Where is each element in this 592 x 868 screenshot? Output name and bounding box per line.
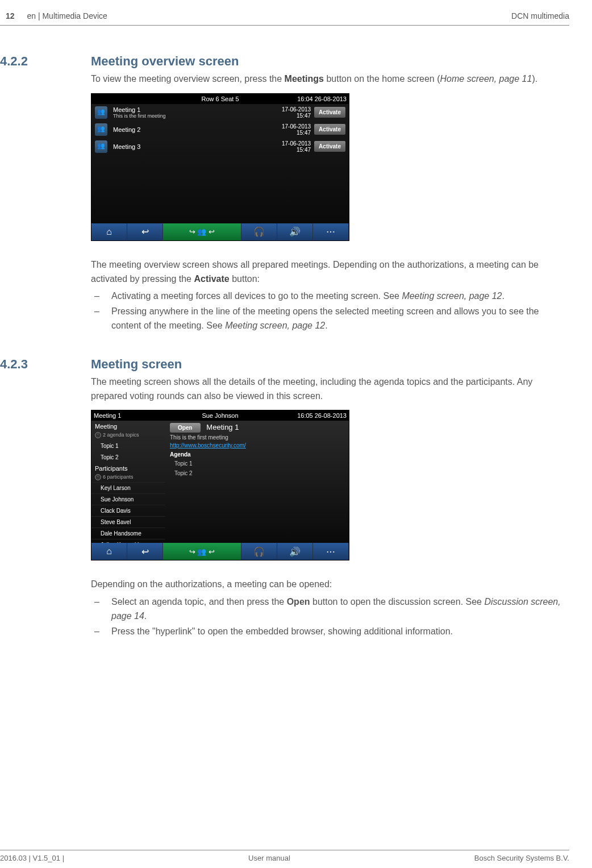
list-item: Press the "hyperlink" to open the embedd… — [91, 625, 562, 639]
speaker-icon[interactable]: 🔊 — [277, 223, 313, 240]
footer-center: User manual — [248, 854, 290, 862]
side-topic-item[interactable]: Topic 1 — [91, 440, 165, 451]
agenda-count: ˇ2 agenda topics — [91, 432, 165, 440]
meeting-title: Meeting 1 — [206, 423, 239, 431]
discussion-icon[interactable]: ↪ 👥 ↩ — [163, 543, 241, 560]
meeting-icon — [95, 140, 107, 153]
headphone-icon[interactable]: 🎧 — [241, 223, 277, 240]
status-right: 16:05 26-08-2013 — [297, 412, 347, 419]
meeting-icon — [95, 106, 107, 119]
footer-right: Bosch Security Systems B.V. — [474, 854, 569, 862]
meeting-screen-screenshot: Meeting 1 Sue Johnson 16:05 26-08-2013 M… — [91, 410, 349, 560]
page-header: 12 en | Multimedia Device DCN multimedia — [0, 11, 569, 26]
participants-count: ˇ6 participants — [91, 474, 165, 482]
home-icon[interactable]: ⌂ — [91, 223, 127, 240]
agenda-topic[interactable]: Topic 1 — [170, 459, 344, 468]
status-left: Meeting 1 — [94, 412, 121, 419]
back-icon[interactable]: ↩ — [127, 543, 163, 560]
side-participant-item[interactable]: Sue Johnson — [91, 493, 165, 505]
side-meeting-hdr[interactable]: Meeting — [91, 421, 165, 432]
side-participants-hdr[interactable]: Participants — [91, 463, 165, 474]
more-icon[interactable]: ⋯ — [313, 543, 349, 560]
list-item: Select an agenda topic, and then press t… — [91, 595, 562, 624]
activate-button[interactable]: Activate — [314, 107, 345, 118]
section-number: 4.2.2 — [0, 54, 91, 72]
status-center: Row 6 Seat 5 — [201, 95, 239, 102]
section-title: Meeting overview screen — [91, 54, 569, 69]
back-icon[interactable]: ↩ — [127, 223, 163, 240]
discussion-icon[interactable]: ↪ 👥 ↩ — [163, 223, 241, 240]
meeting-link[interactable]: http://www.boschsecurity.com/ — [170, 442, 344, 448]
page-footer: 2016.03 | V1.5_01 | User manual Bosch Se… — [0, 850, 569, 862]
status-right: 16:04 26-08-2013 — [297, 95, 347, 102]
meeting-row[interactable]: Meeting 1This is the first meeting17-06-… — [91, 104, 349, 121]
header-left: en | Multimedia Device — [27, 11, 107, 20]
side-participant-item[interactable]: Steve Bavel — [91, 516, 165, 528]
home-icon[interactable]: ⌂ — [91, 543, 127, 560]
speaker-icon[interactable]: 🔊 — [277, 543, 313, 560]
side-participant-item[interactable]: Clack Davis — [91, 505, 165, 516]
footer-left: 2016.03 | V1.5_01 | — [0, 854, 64, 862]
section-number: 4.2.3 — [0, 357, 91, 375]
section-title: Meeting screen — [91, 357, 569, 372]
side-participant-item[interactable]: Keyl Larson — [91, 482, 165, 493]
meeting-icon — [95, 123, 107, 136]
activate-button[interactable]: Activate — [314, 124, 345, 135]
more-icon[interactable]: ⋯ — [313, 223, 349, 240]
open-button[interactable]: Open — [170, 423, 201, 433]
agenda-topic[interactable]: Topic 2 — [170, 468, 344, 478]
page-number: 12 — [6, 11, 15, 20]
section1-intro: To view the meeting overview screen, pre… — [91, 72, 562, 86]
headphone-icon[interactable]: 🎧 — [241, 543, 277, 560]
meeting-overview-screenshot: Row 6 Seat 5 16:04 26-08-2013 Meeting 1T… — [91, 93, 349, 241]
list-item: Pressing anywhere in the line of the mee… — [91, 305, 562, 333]
side-participant-item[interactable]: Dale Handsome — [91, 528, 165, 539]
side-topic-item[interactable]: Topic 2 — [91, 451, 165, 463]
activate-button[interactable]: Activate — [314, 141, 345, 152]
status-center: Sue Johnson — [202, 412, 238, 419]
section2-para: Depending on the authorizations, a meeti… — [91, 578, 562, 592]
meeting-subtitle: This is the first meeting — [170, 434, 344, 441]
meeting-row[interactable]: Meeting 317-06-201315:47Activate — [91, 138, 349, 155]
agenda-header: Agenda — [170, 451, 344, 458]
list-item: Activating a meeting forces all devices … — [91, 289, 562, 304]
section2-intro: The meeting screen shows all the details… — [91, 375, 562, 404]
section1-para: The meeting overview screen shows all pr… — [91, 258, 562, 286]
meeting-row[interactable]: Meeting 217-06-201315:47Activate — [91, 121, 349, 138]
header-right: DCN multimedia — [511, 11, 569, 20]
